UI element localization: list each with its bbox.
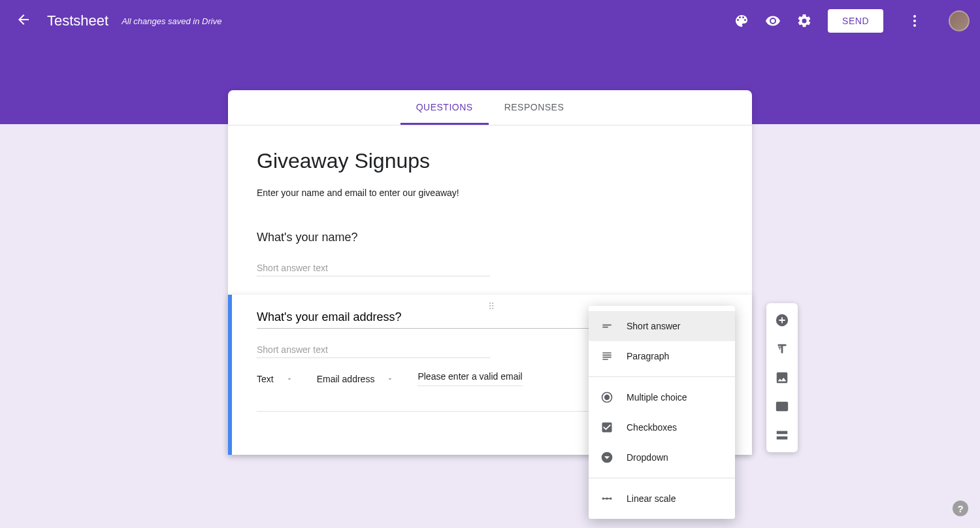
menu-item-short-answer[interactable]: Short answer: [589, 311, 735, 341]
question-type-menu: Short answer Paragraph Multiple choice C…: [589, 306, 735, 519]
linear-scale-icon: [600, 492, 613, 505]
radio-icon: [600, 391, 613, 404]
menu-item-linear-scale[interactable]: Linear scale: [589, 484, 735, 514]
account-avatar[interactable]: [949, 10, 970, 31]
form-header-block[interactable]: Giveaway Signups Enter your name and ema…: [228, 125, 752, 216]
tab-responses[interactable]: RESPONSES: [489, 90, 580, 125]
menu-label: Checkboxes: [627, 422, 677, 433]
tab-questions[interactable]: QUESTIONS: [400, 90, 489, 125]
menu-label: Short answer: [627, 321, 680, 331]
menu-divider: [589, 478, 735, 478]
dropdown-icon: [600, 451, 613, 464]
validation-type-dropdown[interactable]: Text: [257, 374, 293, 384]
tabs: QUESTIONS RESPONSES: [228, 90, 752, 125]
form-description[interactable]: Enter your name and email to enter our g…: [257, 188, 723, 198]
validation-type-label: Text: [257, 374, 274, 384]
menu-label: Linear scale: [627, 493, 676, 504]
menu-item-multiple-choice[interactable]: Multiple choice: [589, 382, 735, 412]
paragraph-icon: [600, 350, 613, 363]
validation-subtype-dropdown[interactable]: Email address: [317, 374, 395, 384]
menu-item-paragraph[interactable]: Paragraph: [589, 341, 735, 371]
menu-label: Dropdown: [627, 452, 668, 463]
validation-subtype-label: Email address: [317, 374, 375, 384]
menu-label: Multiple choice: [627, 392, 687, 403]
checkbox-icon: [600, 421, 613, 434]
question-title[interactable]: What's your name?: [257, 231, 723, 244]
save-status: All changes saved in Drive: [122, 16, 221, 26]
send-button[interactable]: SEND: [828, 9, 883, 33]
more-menu-icon[interactable]: [907, 13, 923, 29]
short-answer-placeholder: Short answer text: [257, 263, 490, 276]
document-title[interactable]: Testsheet: [47, 12, 108, 29]
menu-item-checkboxes[interactable]: Checkboxes: [589, 412, 735, 442]
add-video-icon[interactable]: [774, 399, 790, 414]
side-toolbar: [766, 303, 798, 452]
settings-icon[interactable]: [796, 13, 812, 29]
chevron-down-icon: [386, 375, 394, 383]
drag-handle-icon[interactable]: [488, 301, 496, 312]
palette-icon[interactable]: [734, 13, 749, 29]
menu-item-dropdown[interactable]: Dropdown: [589, 442, 735, 472]
menu-label: Paragraph: [627, 351, 669, 361]
short-answer-placeholder: Short answer text: [257, 344, 490, 358]
validation-error-text[interactable]: Please enter a valid email: [417, 371, 522, 386]
question-block[interactable]: What's your name? Short answer text: [228, 216, 752, 295]
form-title[interactable]: Giveaway Signups: [257, 149, 723, 173]
chevron-down-icon: [286, 375, 293, 383]
add-title-icon[interactable]: [774, 341, 790, 357]
menu-divider: [589, 376, 735, 377]
topbar: Testsheet All changes saved in Drive SEN…: [0, 0, 980, 42]
help-button[interactable]: ?: [953, 501, 968, 516]
back-icon[interactable]: [16, 12, 31, 30]
add-image-icon[interactable]: [774, 370, 790, 386]
preview-icon[interactable]: [765, 13, 781, 29]
add-question-icon[interactable]: [774, 312, 790, 328]
header-actions: SEND: [734, 9, 970, 33]
add-section-icon[interactable]: [774, 427, 790, 443]
short-answer-icon: [600, 320, 613, 333]
